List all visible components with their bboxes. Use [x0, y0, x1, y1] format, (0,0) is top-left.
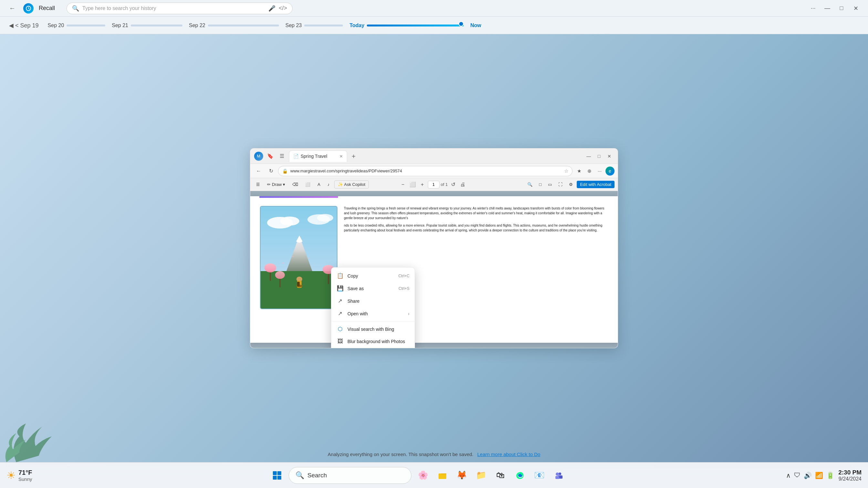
browser-collections-btn[interactable]: ☰: [277, 152, 286, 161]
taskbar-clock[interactable]: 2:30 PM 9/24/2024: [838, 469, 862, 482]
browser-profile-icon[interactable]: M: [254, 152, 263, 161]
browser-collections-button[interactable]: ⊕: [585, 166, 594, 175]
recall-search-icon: 🔍: [72, 5, 79, 12]
pdf-draw-chevron: ▾: [283, 182, 285, 187]
pdf-search-button[interactable]: 🔍: [525, 181, 535, 188]
browser-minimize-button[interactable]: —: [584, 152, 593, 161]
taskbar-app-widgets[interactable]: 🌸: [414, 467, 431, 484]
tray-security-icon[interactable]: 🛡: [794, 471, 801, 479]
pdf-fit-page-button[interactable]: ⬜: [408, 181, 417, 189]
pdf-text-icon: A: [317, 182, 320, 187]
recall-close-button[interactable]: ✕: [850, 3, 862, 14]
ctx-openwith-arrow: ›: [408, 311, 409, 316]
pdf-annotations-button[interactable]: ☰: [253, 181, 262, 188]
tray-battery-icon[interactable]: 🔋: [826, 471, 834, 479]
weather-desc: Sunny: [19, 476, 32, 482]
pdf-edit-with-acrobat-button[interactable]: Edit with Acrobat: [577, 181, 615, 188]
pdf-image[interactable]: [260, 206, 337, 309]
browser-tabs: 📄 Spring Travel ✕ ＋: [289, 151, 582, 162]
browser-refresh-button[interactable]: ↻: [266, 166, 276, 176]
browser-address-bar[interactable]: 🔒 www.margiestravel.com/springtravelidea…: [278, 166, 572, 176]
pdf-draw-label: Draw: [272, 182, 282, 187]
taskbar-start-button[interactable]: [269, 467, 285, 484]
svg-rect-21: [277, 471, 281, 475]
pdf-text-button[interactable]: A: [315, 181, 323, 188]
tray-chevron-icon[interactable]: ∧: [786, 471, 791, 479]
pdf-read-button[interactable]: ♪: [325, 181, 332, 188]
taskbar-app-store[interactable]: 🛍: [492, 467, 509, 484]
pdf-draw-button[interactable]: ✏ Draw ▾: [265, 181, 288, 188]
pdf-present-button[interactable]: ⛶: [556, 181, 565, 188]
browser-tab-title: Spring Travel: [301, 154, 327, 159]
ctx-copy-item[interactable]: 📋 Copy Ctrl+C: [331, 269, 414, 282]
recall-mic-icon[interactable]: 🎤: [268, 5, 275, 12]
ctx-erase-item[interactable]: 🖼 Erase objects with Photos: [331, 348, 414, 348]
pdf-erase-button[interactable]: ⌫: [290, 181, 301, 188]
timeline-sep21-label: Sep 21: [112, 23, 128, 28]
pdf-page-number-input[interactable]: [428, 181, 439, 189]
recall-more-button[interactable]: ···: [807, 3, 819, 14]
recall-maximize-button[interactable]: □: [836, 3, 847, 14]
address-star-icon[interactable]: ☆: [564, 168, 568, 174]
recall-code-icon[interactable]: </>: [279, 5, 287, 12]
pdf-two-page-button[interactable]: ▭: [546, 181, 554, 188]
browser-close-button[interactable]: ✕: [605, 152, 614, 161]
weather-widget[interactable]: ☀ 71°F Sunny: [6, 469, 32, 482]
browser-ext-btn-1[interactable]: 🔖: [266, 152, 275, 161]
pdf-paragraph-2: nds to be less crowded nths, allowing fo…: [344, 223, 608, 233]
pdf-print-button[interactable]: 🖨: [459, 181, 467, 189]
browser-active-tab[interactable]: 📄 Spring Travel ✕: [289, 151, 347, 162]
pdf-single-page-button[interactable]: □: [536, 181, 544, 188]
recall-back-button[interactable]: ←: [6, 3, 18, 14]
timeline-prev-button[interactable]: ◀ < Sep 19: [6, 21, 41, 30]
browser-maximize-button[interactable]: □: [594, 152, 603, 161]
browser-back-button[interactable]: ←: [253, 166, 264, 176]
pdf-ask-copilot-button[interactable]: ✨ Ask Copilot: [334, 181, 369, 189]
recall-titlebar: ← Recall 🔍 Type here to search your hist…: [0, 0, 868, 17]
pdf-page: Traveling in the spring brings a fresh s…: [250, 196, 618, 343]
timeline-sep23: Sep 23: [285, 23, 343, 28]
tray-network-icon[interactable]: 📶: [815, 471, 823, 479]
ctx-saveas-item[interactable]: 💾 Save as Ctrl+S: [331, 282, 414, 295]
recall-minimize-button[interactable]: —: [822, 3, 833, 14]
pdf-refresh-button[interactable]: ↺: [449, 181, 457, 189]
pdf-zoom-out-button[interactable]: −: [399, 181, 407, 189]
browser-more-button[interactable]: ···: [595, 166, 604, 175]
taskbar-search-label: Search: [307, 472, 327, 479]
ctx-share-item[interactable]: ↗ Share: [331, 295, 414, 307]
svg-rect-16: [297, 282, 300, 286]
browser-edge-icon: e: [606, 166, 615, 175]
taskbar-search-button[interactable]: 🔍 Search: [289, 467, 411, 484]
timeline-sep20: Sep 20: [48, 23, 105, 28]
ctx-blur-item[interactable]: 🖼 Blur background with Photos: [331, 335, 414, 348]
timeline-sep20-track: [66, 25, 105, 27]
taskbar-app-file-explorer[interactable]: [434, 467, 451, 484]
browser-tab-close-button[interactable]: ✕: [339, 154, 343, 159]
taskbar-app-edge[interactable]: [512, 467, 528, 484]
timeline-sep23-label: Sep 23: [285, 23, 302, 28]
pdf-image-svg: [260, 206, 337, 309]
pdf-settings-button[interactable]: ⚙: [566, 181, 576, 188]
ctx-blur-icon: 🖼: [337, 338, 344, 345]
taskbar-app-firefox[interactable]: 🦊: [454, 467, 470, 484]
browser-new-tab-button[interactable]: ＋: [348, 152, 359, 160]
ctx-copy-shortcut: Ctrl+C: [399, 274, 409, 278]
browser-toolbar: ← ↻ 🔒 www.margiestravel.com/springtravel…: [250, 164, 618, 178]
timeline-today-track: [367, 25, 464, 27]
ctx-openwith-item[interactable]: ↗ Open with ›: [331, 307, 414, 320]
pdf-edit-label: Edit with Acrobat: [580, 182, 611, 187]
taskbar-app-teams[interactable]: [550, 467, 567, 484]
browser-favorite-button[interactable]: ★: [575, 166, 584, 175]
taskbar-app-explorer2[interactable]: 📁: [473, 467, 490, 484]
svg-rect-24: [438, 474, 446, 479]
recall-search-bar[interactable]: 🔍 Type here to search your history 🎤 </>: [66, 3, 292, 14]
pdf-zoom-in-button[interactable]: +: [418, 181, 427, 189]
ctx-bing-search-item[interactable]: ⬡ Visual search with Bing: [331, 323, 414, 335]
pdf-image-selection-highlight: [259, 196, 338, 198]
timeline-sep21: Sep 21: [112, 23, 182, 28]
pdf-view-button[interactable]: ⬜: [303, 181, 313, 188]
timeline-today: Today: [349, 23, 464, 28]
tray-audio-icon[interactable]: 🔊: [804, 471, 812, 479]
taskbar-app-mail[interactable]: 📧: [531, 467, 548, 484]
ask-copilot-icon: ✨: [338, 182, 343, 187]
